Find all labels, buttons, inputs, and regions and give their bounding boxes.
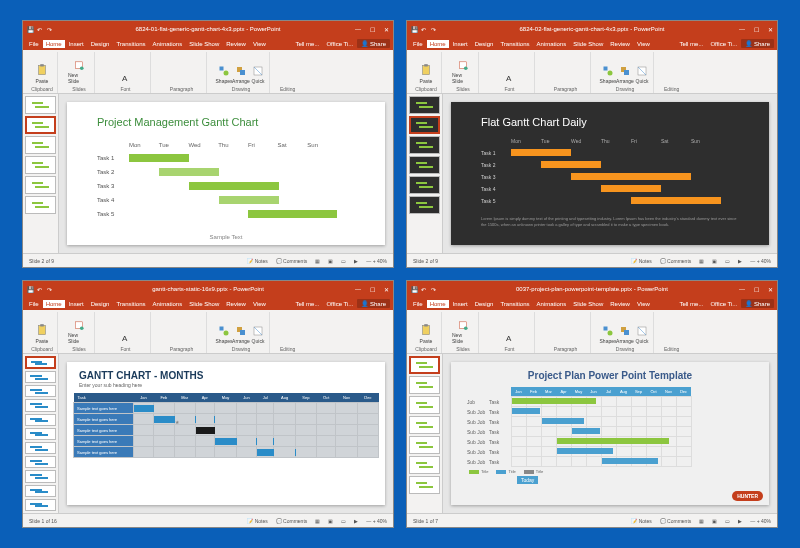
slide-canvas[interactable]: Flat Gantt Chart Daily MonTueWedThuFriSa… bbox=[451, 102, 769, 245]
view-sorter-icon[interactable]: ▣ bbox=[712, 518, 717, 524]
view-sorter-icon[interactable]: ▣ bbox=[712, 258, 717, 264]
notes-button[interactable]: 📝 Notes bbox=[247, 258, 267, 264]
slide-thumbnail[interactable] bbox=[409, 196, 440, 214]
new-slide-button[interactable]: New Slide bbox=[68, 320, 90, 344]
slide-thumbnail[interactable] bbox=[409, 476, 440, 494]
view-reading-icon[interactable]: ▭ bbox=[341, 258, 346, 264]
tab-design[interactable]: Design bbox=[88, 40, 113, 48]
tab-transitions[interactable]: Transitions bbox=[113, 40, 148, 48]
view-normal-icon[interactable]: ▦ bbox=[699, 258, 704, 264]
redo-icon[interactable]: ↷ bbox=[431, 26, 438, 33]
tab-slide-show[interactable]: Slide Show bbox=[186, 40, 222, 48]
new-slide-button[interactable]: New Slide bbox=[452, 320, 474, 344]
slide-thumbnail[interactable] bbox=[25, 136, 56, 154]
thumbnail-panel[interactable] bbox=[23, 354, 59, 513]
tab-insert[interactable]: Insert bbox=[66, 40, 87, 48]
tab-file[interactable]: File bbox=[26, 40, 42, 48]
slide-canvas[interactable]: Project Plan Power Point Template JanFeb… bbox=[451, 362, 769, 505]
shapes-button[interactable]: Shapes bbox=[601, 320, 615, 344]
zoom-slider[interactable]: — + 40% bbox=[366, 518, 387, 524]
tab-home[interactable]: Home bbox=[43, 300, 65, 308]
close-button[interactable]: ✕ bbox=[763, 286, 777, 293]
zoom-slider[interactable]: — + 40% bbox=[366, 258, 387, 264]
redo-icon[interactable]: ↷ bbox=[431, 286, 438, 293]
view-reading-icon[interactable]: ▭ bbox=[725, 258, 730, 264]
slide-thumbnail[interactable] bbox=[409, 376, 440, 394]
slide-thumbnail[interactable] bbox=[25, 414, 56, 426]
redo-icon[interactable]: ↷ bbox=[47, 286, 54, 293]
slide-thumbnail[interactable] bbox=[25, 456, 56, 468]
slide-thumbnail[interactable] bbox=[25, 196, 56, 214]
zoom-slider[interactable]: — + 40% bbox=[750, 518, 771, 524]
slide-thumbnail[interactable] bbox=[25, 356, 56, 369]
arrange-button[interactable]: Arrange bbox=[234, 60, 248, 84]
slide-thumbnail[interactable] bbox=[409, 176, 440, 194]
tab-design[interactable]: Design bbox=[472, 300, 497, 308]
slide-thumbnail[interactable] bbox=[25, 176, 56, 194]
tab-extra[interactable]: Office Ti... bbox=[323, 300, 356, 308]
slide-thumbnail[interactable] bbox=[25, 470, 56, 482]
comments-button[interactable]: 💬 Comments bbox=[660, 518, 692, 524]
quick-styles-button[interactable]: Quick bbox=[251, 320, 265, 344]
quick-styles-button[interactable]: Quick bbox=[635, 320, 649, 344]
tab-insert[interactable]: Insert bbox=[450, 40, 471, 48]
tab-view[interactable]: View bbox=[634, 40, 653, 48]
undo-icon[interactable]: ↶ bbox=[37, 286, 44, 293]
quick-styles-button[interactable]: Quick bbox=[251, 60, 265, 84]
maximize-button[interactable]: ☐ bbox=[749, 286, 763, 293]
thumbnail-panel[interactable] bbox=[407, 354, 443, 513]
maximize-button[interactable]: ☐ bbox=[749, 26, 763, 33]
new-slide-button[interactable]: New Slide bbox=[452, 60, 474, 84]
slide-thumbnail[interactable] bbox=[25, 96, 56, 114]
share-button[interactable]: 👤 Share bbox=[741, 299, 774, 308]
slide-thumbnail[interactable] bbox=[409, 356, 440, 374]
tab-extra[interactable]: Office Ti... bbox=[707, 300, 740, 308]
view-normal-icon[interactable]: ▦ bbox=[315, 258, 320, 264]
slide-canvas[interactable]: Project Management Gantt Chart MonTueWed… bbox=[67, 102, 385, 245]
slide-thumbnail[interactable] bbox=[25, 399, 56, 411]
shapes-button[interactable]: Shapes bbox=[217, 60, 231, 84]
arrange-button[interactable]: Arrange bbox=[618, 320, 632, 344]
slide-thumbnail[interactable] bbox=[409, 156, 440, 174]
slide-thumbnail[interactable] bbox=[25, 116, 56, 134]
new-slide-button[interactable]: New Slide bbox=[68, 60, 90, 84]
slide-thumbnail[interactable] bbox=[25, 499, 56, 511]
minimize-button[interactable]: — bbox=[351, 286, 365, 293]
slide-thumbnail[interactable] bbox=[25, 428, 56, 440]
redo-icon[interactable]: ↷ bbox=[47, 26, 54, 33]
share-button[interactable]: 👤 Share bbox=[741, 39, 774, 48]
view-normal-icon[interactable]: ▦ bbox=[315, 518, 320, 524]
tab-view[interactable]: View bbox=[634, 300, 653, 308]
thumbnail-panel[interactable] bbox=[23, 94, 59, 253]
arrange-button[interactable]: Arrange bbox=[618, 60, 632, 84]
tab-insert[interactable]: Insert bbox=[450, 300, 471, 308]
tab-home[interactable]: Home bbox=[43, 40, 65, 48]
font-button[interactable]: A bbox=[503, 320, 517, 344]
undo-icon[interactable]: ↶ bbox=[37, 26, 44, 33]
undo-icon[interactable]: ↶ bbox=[421, 286, 428, 293]
slide-thumbnail[interactable] bbox=[25, 485, 56, 497]
tab-animations[interactable]: Animations bbox=[534, 40, 570, 48]
tab-review[interactable]: Review bbox=[223, 300, 249, 308]
tab-design[interactable]: Design bbox=[472, 40, 497, 48]
view-slideshow-icon[interactable]: ▶ bbox=[354, 258, 358, 264]
tab-view[interactable]: View bbox=[250, 300, 269, 308]
save-icon[interactable]: 💾 bbox=[411, 286, 418, 293]
save-icon[interactable]: 💾 bbox=[27, 26, 34, 33]
tab-slide-show[interactable]: Slide Show bbox=[570, 40, 606, 48]
font-button[interactable]: A bbox=[503, 60, 517, 84]
tab-file[interactable]: File bbox=[410, 300, 426, 308]
shapes-button[interactable]: Shapes bbox=[217, 320, 231, 344]
tab-extra[interactable]: Tell me... bbox=[676, 300, 706, 308]
tab-animations[interactable]: Animations bbox=[150, 300, 186, 308]
slide-thumbnail[interactable] bbox=[409, 136, 440, 154]
tab-transitions[interactable]: Transitions bbox=[113, 300, 148, 308]
tab-transitions[interactable]: Transitions bbox=[497, 40, 532, 48]
slide-thumbnail[interactable] bbox=[25, 385, 56, 397]
tab-slide-show[interactable]: Slide Show bbox=[186, 300, 222, 308]
slide-thumbnail[interactable] bbox=[409, 396, 440, 414]
paste-button[interactable]: Paste bbox=[415, 320, 437, 344]
maximize-button[interactable]: ☐ bbox=[365, 26, 379, 33]
notes-button[interactable]: 📝 Notes bbox=[631, 518, 651, 524]
share-button[interactable]: 👤 Share bbox=[357, 39, 390, 48]
